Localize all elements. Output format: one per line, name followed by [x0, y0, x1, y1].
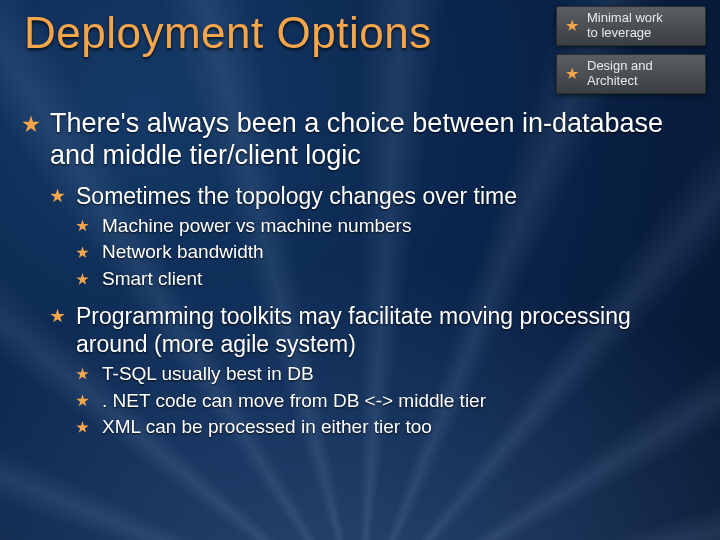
badge-design-architect: ★ Design and Architect	[556, 54, 706, 94]
bullet-text: T-SQL usually best in DB	[102, 363, 314, 384]
list-item: Smart client	[76, 267, 698, 292]
badge-minimal-work: ★ Minimal work to leverage	[556, 6, 706, 46]
bullet-list-level2: Sometimes the topology changes over time…	[50, 182, 698, 440]
list-item: XML can be processed in either tier too	[76, 415, 698, 440]
bullet-text: . NET code can move from DB <-> middle t…	[102, 390, 486, 411]
star-icon: ★	[565, 18, 579, 34]
bullet-text: Machine power vs machine numbers	[102, 215, 411, 236]
badge-line: to leverage	[587, 25, 651, 40]
list-item: Programming toolkits may facilitate movi…	[50, 302, 698, 440]
slide: Deployment Options ★ Minimal work to lev…	[0, 0, 720, 540]
bullet-text: Programming toolkits may facilitate movi…	[76, 303, 631, 357]
slide-title: Deployment Options	[24, 8, 432, 58]
slide-body: There's always been a choice between in-…	[22, 108, 698, 450]
list-item: T-SQL usually best in DB	[76, 362, 698, 387]
bullet-list-level3: T-SQL usually best in DB . NET code can …	[76, 362, 698, 440]
badge-text: Minimal work to leverage	[587, 11, 663, 41]
star-icon: ★	[565, 66, 579, 82]
bullet-text: Sometimes the topology changes over time	[76, 183, 517, 209]
badge-line: Minimal work	[587, 10, 663, 25]
list-item: . NET code can move from DB <-> middle t…	[76, 389, 698, 414]
badge-line: Design and	[587, 58, 653, 73]
list-item: There's always been a choice between in-…	[22, 108, 698, 440]
badge-text: Design and Architect	[587, 59, 653, 89]
list-item: Sometimes the topology changes over time…	[50, 182, 698, 292]
list-item: Network bandwidth	[76, 240, 698, 265]
badge-line: Architect	[587, 73, 638, 88]
bullet-text: There's always been a choice between in-…	[50, 108, 663, 170]
badge-stack: ★ Minimal work to leverage ★ Design and …	[556, 6, 706, 94]
bullet-list-level1: There's always been a choice between in-…	[22, 108, 698, 440]
bullet-list-level3: Machine power vs machine numbers Network…	[76, 214, 698, 292]
bullet-text: XML can be processed in either tier too	[102, 416, 432, 437]
list-item: Machine power vs machine numbers	[76, 214, 698, 239]
bullet-text: Smart client	[102, 268, 202, 289]
bullet-text: Network bandwidth	[102, 241, 264, 262]
